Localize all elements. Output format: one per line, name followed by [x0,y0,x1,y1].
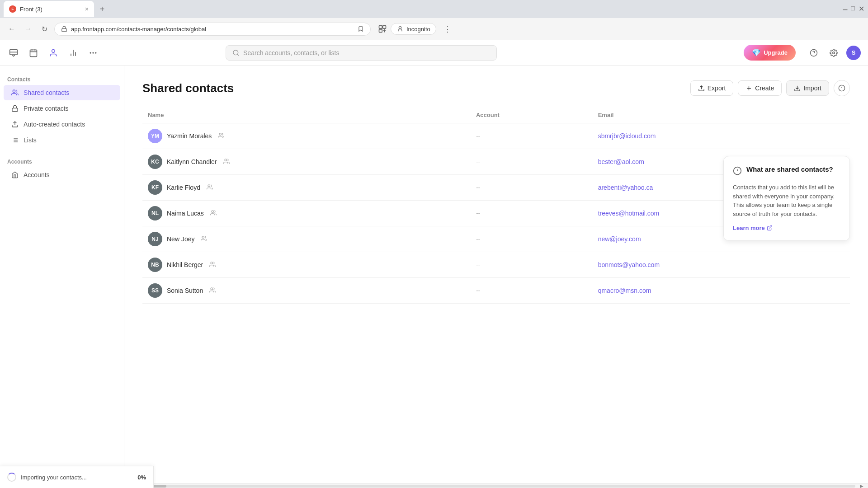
svg-rect-0 [62,28,67,31]
back-button[interactable]: ← [5,23,18,35]
url-display: app.frontapp.com/contacts-manager/contac… [71,26,354,33]
email-link-3[interactable]: treeves@hotmail.com [598,210,660,217]
tab-favicon: F [9,5,16,13]
email-link-5[interactable]: bonmots@yahoo.com [598,261,660,268]
sidebar-item-shared-contacts[interactable]: Shared contacts [4,85,120,100]
svg-point-10 [52,49,55,52]
sidebar-item-auto-created[interactable]: Auto-created contacts [4,117,120,132]
contact-name-4: New Joey [167,235,194,243]
search-bar[interactable]: Search accounts, contacts, or lists [226,45,497,61]
upgrade-label: Upgrade [764,49,788,56]
sidebar-item-private-contacts[interactable]: Private contacts [4,101,120,116]
svg-line-48 [769,226,772,229]
calendar-icon[interactable] [27,47,40,59]
svg-point-14 [90,52,91,53]
svg-point-38 [219,133,222,135]
import-progress-bar: Importing your contacts... 0% [0,466,154,488]
email-link-6[interactable]: qmacro@msn.com [598,287,651,294]
new-tab-button[interactable]: + [96,3,108,15]
shared-icon-2 [207,184,213,192]
info-panel-title: What are shared contacts? [746,165,833,173]
info-button[interactable] [834,80,850,96]
shared-contacts-icon [11,89,19,97]
import-button[interactable]: Import [786,80,829,96]
svg-point-44 [211,287,213,290]
scroll-right-button[interactable]: ▶ [857,483,866,488]
table-row[interactable]: NB Nikhil Berger -- bonmots@yahoo.com [142,252,850,278]
inbox-icon[interactable] [7,47,20,59]
account-cell-0: -- [471,123,593,149]
restore-button[interactable]: □ [851,5,855,14]
app-nav-icons [7,47,99,59]
shared-icon-6 [209,287,216,295]
upgrade-button[interactable]: 💎 Upgrade [744,45,796,61]
address-bar[interactable]: app.frontapp.com/contacts-manager/contac… [54,23,371,36]
account-column-header: Account [471,107,593,123]
toolbar: Export Create Import [690,80,850,96]
contact-name-2: Karlie Floyd [167,184,200,191]
settings-button[interactable] [826,46,841,60]
export-icon [698,85,705,92]
lists-label: Lists [24,136,37,144]
name-column-header: Name [142,107,471,123]
table-row[interactable]: YM Yazmin Morales -- sbmrjbr@icloud.com [142,123,850,149]
email-link-4[interactable]: new@joey.com [598,235,641,243]
svg-point-43 [211,262,213,264]
name-cell-3: NL Naima Lucas [142,201,471,226]
email-link-1[interactable]: bester@aol.com [598,158,644,165]
name-cell-4: NJ New Joey [142,226,471,252]
browser-menu-button[interactable]: ⋮ [440,22,455,36]
svg-point-17 [233,50,238,55]
accounts-section-label: Accounts [0,155,124,167]
sidebar-item-accounts[interactable]: Accounts [4,167,120,183]
email-cell-0[interactable]: sbmrjbr@icloud.com [593,123,850,149]
name-cell-1: KC Kaitlynn Chandler [142,149,471,175]
help-button[interactable] [807,46,821,60]
svg-point-4 [399,27,401,29]
contact-name-1: Kaitlynn Chandler [167,158,217,165]
svg-point-16 [95,52,96,53]
export-button[interactable]: Export [690,80,733,96]
svg-rect-6 [30,50,37,56]
analytics-icon[interactable] [67,47,80,59]
shared-icon-0 [218,132,224,140]
contacts-icon[interactable] [47,47,60,59]
account-cell-3: -- [471,201,593,226]
learn-more-link[interactable]: Learn more [733,225,840,231]
lock-icon [61,26,67,32]
shared-icon-1 [223,158,230,166]
reload-button[interactable]: ↻ [38,23,51,35]
svg-line-18 [237,54,239,56]
email-cell-6[interactable]: qmacro@msn.com [593,278,850,304]
close-button[interactable]: ✕ [859,5,864,14]
bookmark-icon[interactable] [358,26,364,32]
incognito-icon [396,25,404,33]
contact-name-6: Sonia Sutton [167,287,203,294]
table-row[interactable]: SS Sonia Sutton -- qmacro@msn.com [142,278,850,304]
info-panel: What are shared contacts? Contacts that … [723,156,850,241]
minimize-button[interactable]: – [843,5,848,14]
create-button[interactable]: Create [738,80,782,96]
email-cell-5[interactable]: bonmots@yahoo.com [593,252,850,278]
svg-point-21 [833,52,835,54]
svg-point-40 [208,184,210,187]
shared-icon-4 [201,235,207,243]
extensions-icon[interactable] [378,24,387,33]
lists-icon [11,136,19,144]
more-icon[interactable] [87,47,99,59]
contact-avatar-5: NB [148,258,162,272]
incognito-label: Incognito [406,26,430,33]
email-link-2[interactable]: arebenti@yahoo.ca [598,184,653,191]
tab-close-button[interactable]: × [85,5,89,13]
svg-point-39 [224,159,226,161]
sidebar-item-lists[interactable]: Lists [4,132,120,148]
active-tab[interactable]: F Front (3) × [4,1,94,17]
tab-bar: F Front (3) × + – □ ✕ [0,0,868,18]
forward-button[interactable]: → [22,23,34,35]
svg-rect-23 [12,108,18,111]
user-avatar[interactable]: S [846,46,861,60]
email-link-0[interactable]: sbmrjbr@icloud.com [598,132,656,140]
search-placeholder: Search accounts, contacts, or lists [243,49,339,56]
content-area: Shared contacts Export Create Import [124,66,868,483]
search-icon [232,49,240,56]
